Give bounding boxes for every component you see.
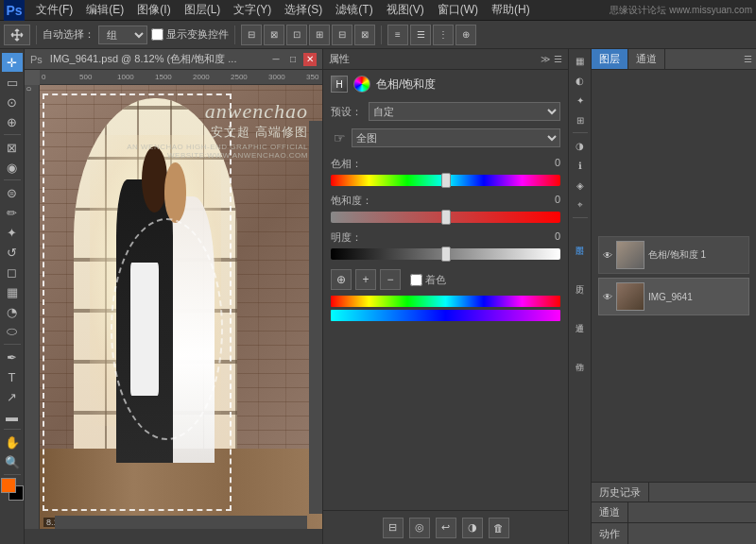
eraser-icon[interactable]: ◻ — [2, 263, 23, 281]
quick-select-icon[interactable]: ⊕ — [2, 112, 23, 131]
history-tab-icon[interactable]: 历史 — [574, 260, 586, 298]
layer-item-2[interactable]: 👁 IMG_9641 — [598, 278, 749, 315]
sat-thumb[interactable] — [441, 210, 451, 225]
panel-btn-1[interactable]: ⊟ — [383, 518, 404, 538]
show-transform-label: 显示变换控件 — [151, 27, 229, 42]
actions-panel-tabs: 动作 — [592, 523, 756, 544]
left-toolbox: ✛ ▭ ⊙ ⊕ ⊠ ◉ ⊜ ✏ ✦ ↺ ◻ ▦ ◔ ⬭ ✒ T ↗ ▬ ✋ 🔍 — [0, 49, 25, 544]
layers-tab-icon[interactable]: 图层 — [574, 221, 586, 259]
distribute-v-icon[interactable]: ☰ — [410, 25, 431, 45]
show-transform-checkbox[interactable] — [151, 28, 163, 41]
channels-tab-icon[interactable]: 通道 — [574, 298, 586, 336]
panel-icon-paths[interactable]: ⌖ — [571, 196, 590, 214]
menu-layer[interactable]: 图层(L) — [179, 0, 227, 20]
canvas-area: Ps IMG_9641.psd @ 8.12% (色相/饱和度 ... ─ □ … — [25, 49, 322, 544]
transform-icon[interactable]: ⊕ — [455, 25, 476, 45]
menu-select[interactable]: 选择(S) — [279, 0, 328, 20]
panel-btn-3[interactable]: ↩ — [436, 518, 456, 538]
properties-menu[interactable]: ☰ — [554, 54, 562, 64]
colorize-checkbox[interactable] — [410, 274, 422, 286]
scrollbar-horizontal[interactable] — [55, 516, 307, 529]
menu-image[interactable]: 图像(I) — [131, 0, 176, 20]
minimize-button[interactable]: ─ — [269, 53, 283, 66]
align-middle-icon[interactable]: ⊟ — [332, 25, 352, 45]
distribute-space-icon[interactable]: ⋮ — [433, 25, 454, 45]
preset-dropdown[interactable]: 自定 默认 — [369, 102, 560, 121]
tab-channels-2[interactable]: 通道 — [592, 502, 628, 522]
menu-text[interactable]: 文字(Y) — [228, 0, 277, 20]
clone-stamp-icon[interactable]: ✦ — [2, 223, 23, 242]
ruler-h-mark-1000: 1000 — [117, 73, 134, 81]
hue-thumb[interactable] — [441, 173, 451, 188]
dodge-icon[interactable]: ⬭ — [2, 322, 23, 341]
move-tool-icon[interactable]: ✛ — [2, 53, 23, 72]
panel-icon-styles[interactable]: ◈ — [571, 176, 590, 195]
selection-tool-icon[interactable]: ▭ — [2, 73, 23, 92]
foreground-color[interactable] — [1, 478, 16, 493]
auto-select-dropdown[interactable]: 组 图层 — [98, 26, 147, 44]
ruler-corner — [25, 70, 40, 85]
brush-tool-icon[interactable]: ✏ — [2, 203, 23, 222]
lasso-tool-icon[interactable]: ⊙ — [2, 93, 23, 111]
text-tool-icon[interactable]: T — [2, 367, 23, 386]
channel-dropdown[interactable]: 全图 红色 黄色 绿色 青色 蓝色 洋红 — [352, 128, 560, 147]
eyedropper-sub-button[interactable]: − — [380, 269, 401, 290]
align-top-icon[interactable]: ⊞ — [309, 25, 330, 45]
menu-filter[interactable]: 滤镜(T) — [330, 0, 378, 20]
spot-heal-icon[interactable]: ⊜ — [2, 183, 23, 202]
scrollbar-vertical[interactable] — [309, 121, 322, 514]
history-brush-icon[interactable]: ↺ — [2, 243, 23, 262]
tab-layers[interactable]: 图层 — [592, 49, 628, 69]
hand-tool-icon[interactable]: ✋ — [2, 433, 23, 451]
tab-channels[interactable]: 通道 — [628, 49, 665, 69]
align-left-icon[interactable]: ⊟ — [241, 25, 262, 45]
panel-icon-navigator[interactable]: ✦ — [571, 91, 590, 110]
blur-icon[interactable]: ◔ — [2, 302, 23, 321]
zoom-tool-icon[interactable]: 🔍 — [2, 452, 23, 471]
properties-header: 属性 ≫ ☰ — [323, 49, 568, 70]
panel-menu-icon[interactable]: ☰ — [744, 54, 752, 64]
panel-icon-histogram[interactable]: ▦ — [571, 51, 590, 70]
far-right-icons: ▦ ◐ ✦ ⊞ ◑ ℹ ◈ ⌖ 图层 历史 通道 动作 — [568, 49, 591, 544]
layer-eye-2[interactable]: 👁 — [603, 292, 612, 302]
panel-btn-2[interactable]: ◎ — [409, 518, 430, 538]
menu-view[interactable]: 视图(V) — [381, 0, 430, 20]
pen-tool-icon[interactable]: ✒ — [2, 348, 23, 366]
distribute-h-icon[interactable]: ≡ — [387, 25, 408, 45]
move-tool[interactable] — [4, 25, 30, 45]
menu-help[interactable]: 帮助(H) — [486, 0, 536, 20]
align-right-icon[interactable]: ⊡ — [286, 25, 307, 45]
channels-spacer — [628, 502, 756, 522]
menu-edit[interactable]: 编辑(E) — [80, 0, 129, 20]
align-center-icon[interactable]: ⊠ — [264, 25, 284, 45]
tab-actions[interactable]: 动作 — [592, 523, 628, 544]
actions-tab-icon[interactable]: 动作 — [574, 337, 586, 375]
eyedropper-icon[interactable]: ◉ — [2, 158, 23, 177]
crop-tool-icon[interactable]: ⊠ — [2, 138, 23, 157]
maximize-button[interactable]: □ — [286, 53, 300, 66]
panel-icon-swatches[interactable]: ⊞ — [571, 110, 590, 129]
eyedropper-add-button[interactable]: + — [355, 269, 376, 290]
close-button[interactable]: ✕ — [303, 53, 317, 66]
gradient-icon[interactable]: ▦ — [2, 282, 23, 301]
shape-tool-icon[interactable]: ▬ — [2, 407, 23, 426]
eyedropper-button[interactable]: ⊕ — [331, 269, 352, 290]
panel-icon-info[interactable]: ℹ — [571, 156, 590, 175]
layer-eye-1[interactable]: 👁 — [603, 250, 612, 261]
properties-expand[interactable]: ≫ — [541, 54, 550, 64]
hue-value: 0 — [555, 157, 560, 171]
menu-window[interactable]: 窗口(W) — [432, 0, 484, 20]
panel-btn-delete[interactable]: 🗑 — [489, 518, 509, 538]
panel-icon-adjustments[interactable]: ◑ — [571, 136, 590, 155]
tab-history[interactable]: 历史记录 — [592, 483, 649, 502]
align-bottom-icon[interactable]: ⊠ — [354, 25, 375, 45]
menu-file[interactable]: 文件(F) — [30, 0, 78, 20]
color-swatches[interactable] — [1, 478, 24, 501]
channel-finger-icon[interactable]: ☞ — [331, 129, 348, 146]
panel-btn-4[interactable]: ◑ — [462, 518, 483, 538]
sat-track — [331, 212, 560, 223]
light-thumb[interactable] — [441, 246, 451, 262]
path-select-icon[interactable]: ↗ — [2, 387, 23, 406]
panel-icon-color[interactable]: ◐ — [571, 71, 590, 90]
layer-item-1[interactable]: 👁 色相/饱和度 1 — [598, 236, 749, 274]
